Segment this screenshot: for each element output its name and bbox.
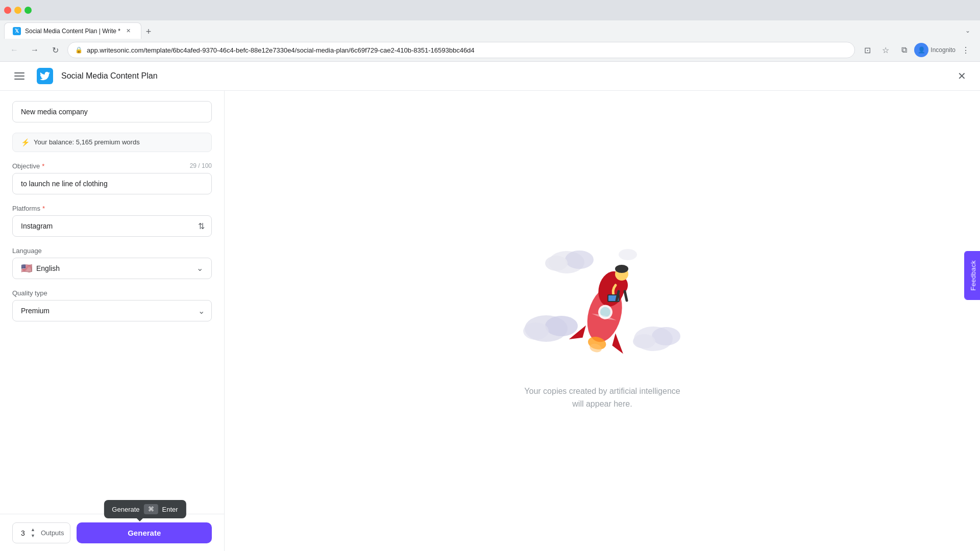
cast-button[interactable]: ⊡ (859, 42, 875, 58)
language-select-wrapper[interactable]: 🇺🇸 English Spanish French German Portugu… (12, 258, 212, 279)
svg-rect-1 (14, 76, 24, 77)
toolbar-icons: ⊡ ☆ ⧉ 👤 Incognito ⋮ (859, 42, 974, 58)
forward-button[interactable]: → (27, 42, 43, 58)
svg-point-4 (565, 251, 594, 269)
left-panel: ⚡ Your balance: 5,165 premium words Obje… (0, 91, 225, 551)
hamburger-menu-button[interactable] (10, 67, 29, 85)
right-panel: Your copies created by artificial intell… (225, 91, 980, 551)
browser-toolbar: ← → ↻ 🔒 app.writesonic.com/template/6bc4… (0, 39, 980, 61)
main-layout: ⚡ Your balance: 5,165 premium words Obje… (0, 91, 980, 551)
flag-icon: 🇺🇸 (21, 263, 32, 274)
lightning-icon: ⚡ (21, 138, 30, 146)
window-close-button[interactable] (4, 7, 11, 14)
svg-point-7 (545, 316, 578, 336)
empty-state-line2: will appear here. (572, 399, 632, 408)
objective-label: Objective (12, 162, 40, 170)
quality-type-field-group: Quality type Premium Good Economy ⌄ (12, 289, 212, 321)
svg-point-21 (615, 265, 628, 273)
svg-rect-2 (14, 79, 24, 80)
outputs-decrease-button[interactable]: ▼ (30, 533, 36, 539)
tab-list-button[interactable]: ⌄ (960, 22, 976, 39)
language-select-arrow: ⌄ (197, 263, 203, 273)
objective-required: * (42, 162, 44, 170)
svg-point-8 (523, 322, 549, 340)
tab-favicon: 𝕏 (13, 27, 21, 35)
objective-label-row: Objective * 29 / 100 (12, 162, 212, 170)
lock-icon: 🔒 (75, 46, 83, 54)
new-tab-button[interactable]: + (141, 24, 156, 39)
quality-select[interactable]: Premium Good Economy (12, 300, 212, 321)
bookmark-button[interactable]: ☆ (877, 42, 894, 58)
profile-button[interactable]: 👤 (914, 43, 928, 57)
brand-name-input[interactable] (12, 101, 212, 122)
app-container: Social Media Content Plan ✕ ⚡ Your balan… (0, 62, 980, 551)
objective-char-count: 29 / 100 (190, 162, 212, 169)
feedback-tab[interactable]: Feedback (964, 251, 980, 300)
tab-title: Social Media Content Plan | Write * (25, 28, 120, 35)
window-controls (4, 7, 32, 14)
tab-bar: 𝕏 Social Media Content Plan | Write * ✕ … (0, 20, 980, 39)
reload-button[interactable]: ↻ (47, 42, 63, 58)
browser-chrome: 𝕏 Social Media Content Plan | Write * ✕ … (0, 0, 980, 62)
language-field-group: Language 🇺🇸 English Spanish French Germa… (12, 247, 212, 279)
app-header: Social Media Content Plan ✕ (0, 62, 980, 91)
browser-titlebar (0, 0, 980, 20)
rocket-illustration (521, 232, 684, 374)
outputs-increase-button[interactable]: ▲ (30, 527, 36, 533)
tab-close-button[interactable]: ✕ (125, 27, 133, 35)
feedback-label: Feedback (969, 260, 977, 291)
controls-row: 3 ▲ ▼ Outputs Generate (12, 522, 212, 543)
extensions-button[interactable]: ⧉ (896, 42, 912, 58)
outputs-stepper: ▲ ▼ (30, 527, 36, 539)
language-label: Language (12, 247, 42, 255)
incognito-label: Incognito (930, 46, 955, 54)
tooltip-shortcut: ⌘ (144, 504, 158, 514)
tooltip-enter-text: Enter (162, 506, 178, 513)
platforms-required: * (42, 205, 45, 212)
url-text: app.writesonic.com/template/6bc4afed-937… (87, 46, 847, 54)
empty-state-text: Your copies created by artificial intell… (524, 385, 680, 411)
quality-label-row: Quality type (12, 289, 212, 297)
platforms-select[interactable]: Instagram Facebook Twitter LinkedIn TikT… (12, 215, 212, 237)
balance-text: Your balance: 5,165 premium words (34, 138, 140, 146)
language-select[interactable]: English Spanish French German Portuguese (36, 258, 197, 279)
platforms-label-row: Platforms * (12, 205, 212, 212)
close-app-button[interactable]: ✕ (953, 68, 970, 84)
objective-field-group: Objective * 29 / 100 (12, 162, 212, 194)
balance-badge: ⚡ Your balance: 5,165 premium words (12, 133, 212, 152)
window-maximize-button[interactable] (24, 7, 32, 14)
quality-label: Quality type (12, 289, 47, 297)
illustration-container (521, 232, 684, 374)
tooltip-arrow (137, 518, 143, 521)
app-title: Social Media Content Plan (61, 71, 158, 81)
outputs-count: 3 (19, 529, 27, 537)
form-scroll-area: ⚡ Your balance: 5,165 premium words Obje… (0, 91, 224, 514)
svg-point-11 (633, 334, 655, 348)
outputs-label: Outputs (41, 529, 64, 537)
quality-select-wrapper: Premium Good Economy ⌄ (12, 300, 212, 321)
app-logo (37, 68, 53, 84)
outputs-control: 3 ▲ ▼ Outputs (12, 522, 70, 543)
generate-tooltip: Generate ⌘ Enter (104, 500, 186, 518)
profile-icon: 👤 (918, 46, 925, 54)
svg-point-5 (545, 256, 568, 271)
svg-rect-0 (14, 72, 24, 73)
platforms-label: Platforms (12, 205, 40, 212)
menu-button[interactable]: ⋮ (958, 42, 974, 58)
brand-name-field-group (12, 101, 212, 122)
svg-point-12 (619, 249, 637, 260)
svg-point-10 (652, 327, 680, 345)
language-label-row: Language (12, 247, 212, 255)
empty-state-line1: Your copies created by artificial intell… (524, 387, 680, 395)
address-bar[interactable]: 🔒 app.writesonic.com/template/6bc4afed-9… (67, 42, 855, 58)
platforms-field-group: Platforms * Instagram Facebook Twitter L… (12, 205, 212, 237)
active-tab[interactable]: 𝕏 Social Media Content Plan | Write * ✕ (4, 22, 141, 39)
generate-button-label: Generate (128, 529, 161, 537)
back-button[interactable]: ← (6, 42, 22, 58)
cmd-icon: ⌘ (148, 506, 154, 513)
tooltip-generate-text: Generate (112, 506, 139, 513)
objective-input[interactable] (12, 173, 212, 194)
generate-button[interactable]: Generate (77, 522, 212, 543)
bottom-controls: Generate ⌘ Enter 3 ▲ ▼ (0, 514, 224, 551)
window-minimize-button[interactable] (14, 7, 21, 14)
